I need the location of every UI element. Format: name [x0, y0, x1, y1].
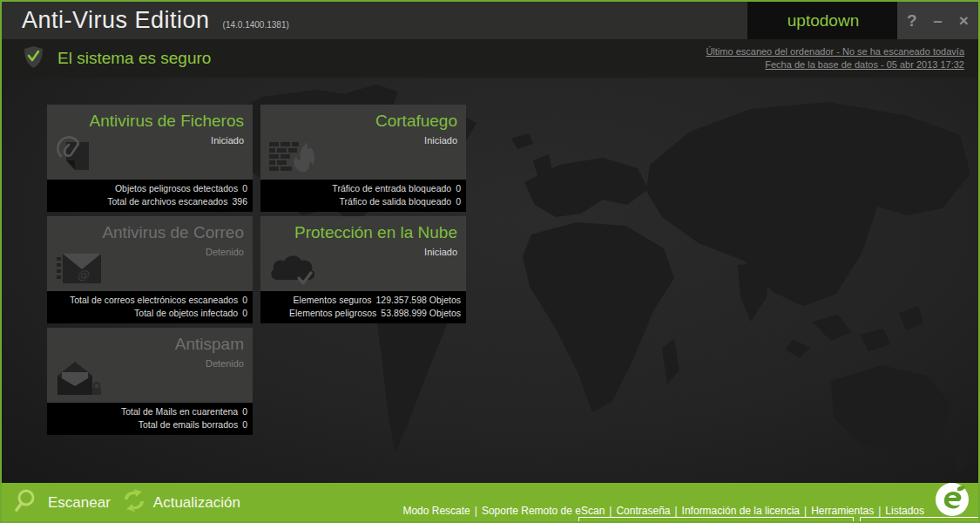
firewall-flame-icon — [267, 135, 321, 179]
stat-value: 396 — [232, 195, 247, 208]
close-button[interactable]: × — [952, 11, 975, 31]
footer-link-soporte-remoto[interactable]: Soporte Remoto de eScan — [482, 505, 605, 517]
stat-label: Tráfico de salida bloqueado — [340, 195, 452, 208]
app-version: (14.0.1400.1381) — [223, 20, 289, 30]
escan-logo — [934, 481, 970, 521]
app-window: Anti-Virus Edition (14.0.1400.1381) upto… — [0, 0, 980, 523]
stat-value: 0 — [242, 182, 247, 195]
status-links: Último escaneo del ordenador - No se ha … — [706, 45, 964, 71]
magnifier-icon — [14, 487, 42, 519]
shield-check-icon — [23, 45, 44, 72]
refresh-icon — [121, 489, 147, 517]
title-bar: Anti-Virus Edition (14.0.1400.1381) upto… — [2, 2, 978, 39]
card-stats: Total de Mails en cuarentena 0 Total de … — [47, 403, 253, 435]
stat-value: 0 — [242, 418, 247, 431]
scan-button[interactable]: Escanear — [14, 487, 118, 519]
card-body: Antivirus de Correo Detenido @ — [47, 216, 253, 291]
stat-row: Total de correos electrónicos escaneados… — [52, 294, 247, 307]
stat-value: 53.898.999 Objetos — [381, 307, 461, 320]
card-title: Antivirus de Correo — [56, 223, 244, 242]
card-proteccion-nube[interactable]: Protección en la Nube Iniciado Elementos… — [260, 216, 466, 323]
card-stats: Objetos peligrosos detectados 0 Total de… — [47, 180, 253, 212]
stat-value: 129.357.598 Objetos — [376, 294, 462, 307]
system-status-message: El sistema es seguro — [57, 49, 211, 68]
stat-value: 0 — [456, 195, 461, 208]
last-scan-link[interactable]: Último escaneo del ordenador - No se ha … — [706, 45, 964, 58]
watermark-text: uptodown — [787, 11, 859, 31]
separator: | — [609, 505, 612, 517]
card-stats: Total de correos electrónicos escaneados… — [47, 291, 253, 323]
update-button[interactable]: Actualización — [121, 489, 247, 517]
separator: | — [674, 505, 677, 517]
separator: | — [475, 505, 477, 517]
stat-label: Elementos peligrosos — [289, 307, 376, 320]
stat-row: Elementos seguros 129.357.598 Objetos — [266, 294, 461, 307]
stat-label: Total de objetos infectado — [134, 307, 238, 320]
footer-link-informacion-licencia[interactable]: Información de la licencia — [682, 505, 800, 517]
card-title: Protección en la Nube — [269, 223, 457, 242]
minimize-button[interactable]: – — [927, 11, 950, 31]
module-cards: Antivirus de Ficheros Iniciado Objetos p… — [47, 105, 466, 435]
watermark-box-1 — [578, 517, 854, 523]
open-envelope-lock-icon — [54, 360, 105, 402]
card-stats: Tráfico de entrada bloqueado 0 Tráfico d… — [260, 180, 466, 212]
card-title: Cortafuego — [269, 112, 457, 131]
status-bar: El sistema es seguro Último escaneo del … — [2, 39, 978, 78]
database-date-link[interactable]: Fecha de la base de datos - 05 abr 2013 … — [706, 58, 964, 71]
stat-label: Tráfico de entrada bloqueado — [332, 182, 451, 195]
footer-link-listados[interactable]: Listados — [885, 505, 924, 517]
footer-link-herramientas[interactable]: Herramientas — [811, 505, 874, 517]
card-antivirus-ficheros[interactable]: Antivirus de Ficheros Iniciado Objetos p… — [47, 105, 253, 212]
footer-link-contrasena[interactable]: Contraseña — [616, 505, 670, 517]
stat-label: Total de Mails en cuarentena — [121, 405, 238, 418]
scan-button-label: Escanear — [48, 494, 111, 512]
stat-row: Total de Mails en cuarentena 0 — [52, 405, 247, 418]
svg-text:@: @ — [77, 268, 90, 282]
stat-row: Total de objetos infectado 0 — [52, 307, 247, 320]
footer-links: Modo Rescate|Soporte Remoto de eScan|Con… — [402, 505, 924, 517]
stat-label: Total de archivos escaneados — [107, 195, 227, 208]
main-content: Antivirus de Ficheros Iniciado Objetos p… — [2, 78, 978, 483]
cloud-check-icon — [267, 252, 318, 290]
card-title: Antispam — [56, 335, 244, 354]
stat-row: Total de emails borrados 0 — [52, 418, 247, 431]
card-body: Cortafuego Iniciado — [260, 105, 466, 180]
window-controls: ? – × — [897, 2, 978, 39]
card-body: Antispam Detenido — [47, 328, 253, 403]
update-button-label: Actualización — [153, 494, 240, 512]
stat-row: Tráfico de entrada bloqueado 0 — [266, 182, 461, 195]
watermark-overlay: uptodown — [747, 2, 899, 39]
card-body: Antivirus de Ficheros Iniciado — [47, 105, 253, 180]
footer-link-modo-rescate[interactable]: Modo Rescate — [402, 505, 470, 517]
separator: | — [878, 505, 881, 517]
paperclip-document-icon — [54, 132, 96, 179]
stat-value: 0 — [242, 307, 247, 320]
stat-row: Objetos peligrosos detectados 0 — [52, 182, 247, 195]
separator: | — [804, 505, 807, 517]
email-envelope-icon: @ — [54, 250, 105, 290]
card-title: Antivirus de Ficheros — [56, 112, 244, 131]
card-cortafuego[interactable]: Cortafuego Iniciado — [260, 105, 466, 212]
stat-value: 0 — [242, 294, 247, 307]
stat-row: Elementos peligrosos 53.898.999 Objetos — [266, 307, 461, 320]
stat-label: Total de emails borrados — [139, 418, 238, 431]
card-antispam[interactable]: Antispam Detenido — [47, 328, 253, 435]
app-title: Anti-Virus Edition — [22, 7, 210, 34]
footer-bar: Escanear Actualización Modo Rescate|Sopo… — [2, 483, 978, 523]
card-stats: Elementos seguros 129.357.598 Objetos El… — [260, 291, 466, 323]
stat-row: Tráfico de salida bloqueado 0 — [266, 195, 461, 208]
stat-label: Total de correos electrónicos escaneados — [70, 294, 238, 307]
stat-row: Total de archivos escaneados 396 — [52, 195, 247, 208]
stat-label: Elementos seguros — [294, 294, 372, 307]
stat-label: Objetos peligrosos detectados — [115, 182, 238, 195]
stat-value: 0 — [242, 405, 247, 418]
card-body: Protección en la Nube Iniciado — [260, 216, 466, 291]
card-antivirus-correo[interactable]: Antivirus de Correo Detenido @ — [47, 216, 253, 323]
help-button[interactable]: ? — [901, 11, 923, 31]
stat-value: 0 — [456, 182, 461, 195]
